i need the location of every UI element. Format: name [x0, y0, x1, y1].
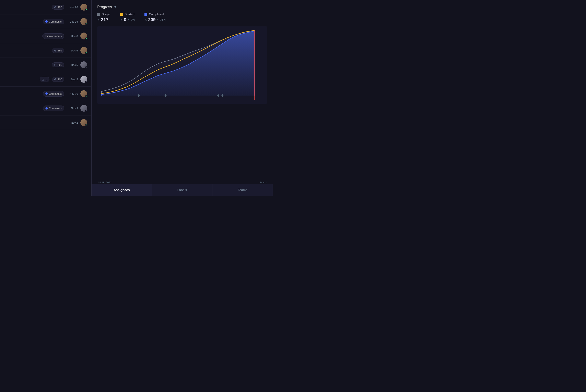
tag-label: Comments	[49, 20, 62, 23]
tag-label: Comments	[49, 92, 62, 95]
bottom-tabs: Assignees Labels Teams	[92, 184, 273, 196]
avatar	[80, 62, 87, 68]
legend-row: Scope △ 217 Started △ 0 • 0% C	[92, 12, 273, 26]
chart-start-date: Jul 28, 2023	[97, 181, 112, 184]
legend-value-row: △ 209 • 96%	[144, 17, 166, 22]
offline-indicator	[85, 110, 87, 112]
diamond-icon	[45, 20, 48, 23]
list-row: Comments Nov 3	[0, 101, 91, 116]
list-row: △ 1 ⊙ 200 Dec 5	[0, 72, 91, 86]
page-title: Progress	[97, 5, 112, 9]
count-value: 1	[45, 78, 47, 81]
list-row: ⊙ 200 Dec 5	[0, 58, 91, 72]
delta-icon: △	[121, 18, 122, 21]
count-value: 200	[58, 78, 62, 81]
count-badge[interactable]: ⊙ 199	[52, 48, 64, 53]
play-circle-icon: ⊙	[54, 78, 57, 81]
offline-indicator	[85, 66, 87, 68]
diamond-icon	[45, 107, 48, 110]
count-badge[interactable]: ⊙ 200	[52, 77, 64, 82]
count-badge[interactable]: ⊙ 200	[52, 62, 64, 67]
started-count: 0	[124, 17, 126, 22]
count-value: 198	[58, 6, 62, 9]
legend-label-row: Completed	[144, 12, 166, 16]
offline-indicator	[85, 81, 87, 82]
list-row: Nov 2	[0, 116, 91, 130]
count-badge[interactable]: ⊙ 198	[52, 5, 64, 10]
triangle-tag[interactable]: △ 1	[40, 77, 50, 82]
online-indicator	[85, 124, 87, 126]
improvements-tag[interactable]: Improvements	[42, 33, 64, 39]
legend-started: Started △ 0 • 0%	[120, 12, 135, 22]
date-text: Nov 3	[67, 107, 78, 110]
date-text: Dec 6	[67, 49, 78, 52]
scope-count: 217	[101, 17, 108, 22]
date-text: Dec 5	[67, 64, 78, 66]
delta-icon: △	[98, 18, 99, 21]
started-pct: 0%	[131, 18, 135, 21]
avatar	[80, 90, 87, 97]
diamond-icon	[45, 92, 48, 95]
tag-label: Comments	[49, 107, 62, 110]
dot-separator: •	[128, 18, 129, 21]
play-circle-icon: ⊙	[54, 49, 57, 52]
completed-pct: 96%	[160, 18, 166, 21]
online-indicator	[85, 23, 87, 25]
list-row: Comments Nov 16	[0, 86, 91, 101]
completed-label: Completed	[149, 12, 164, 16]
online-indicator	[85, 95, 87, 97]
progress-chart	[97, 26, 267, 104]
list-row: Comments Dec 15	[0, 14, 91, 29]
online-indicator	[85, 38, 87, 39]
online-indicator	[85, 8, 87, 10]
tab-labels[interactable]: Labels	[152, 184, 212, 196]
date-text: Dec 8	[67, 34, 78, 38]
avatar	[80, 47, 87, 54]
play-circle-icon: ⊙	[54, 63, 57, 66]
started-swatch	[120, 13, 123, 16]
completed-count: 209	[148, 17, 156, 22]
tag-label: Improvements	[45, 34, 62, 38]
comments-tag[interactable]: Comments	[43, 91, 64, 96]
legend-completed: Completed △ 209 • 96%	[144, 12, 166, 22]
delta-icon: △	[145, 18, 147, 21]
date-text: Dec 15	[67, 20, 78, 23]
legend-value-row: △ 217	[97, 17, 111, 22]
left-panel: ⊙ 198 Nov 20 Comments Dec 15 Improvement…	[0, 0, 92, 196]
avatar	[80, 76, 87, 83]
legend-scope: Scope △ 217	[97, 12, 111, 22]
right-panel: Progress Scope △ 217 Started △ 0	[92, 0, 273, 196]
comments-tag[interactable]: Comments	[43, 19, 64, 24]
date-text: Dec 5	[67, 78, 78, 81]
legend-label-row: Started	[120, 12, 135, 16]
triangle-icon: △	[42, 78, 44, 81]
tab-assignees[interactable]: Assignees	[92, 184, 152, 196]
list-row: ⊙ 198 Nov 20	[0, 0, 91, 14]
scope-swatch	[97, 13, 100, 16]
chart-area	[92, 26, 273, 179]
online-indicator	[85, 52, 87, 54]
avatar	[80, 32, 87, 40]
completed-swatch	[144, 13, 147, 16]
comments-tag[interactable]: Comments	[43, 106, 64, 111]
legend-value-row: △ 0 • 0%	[120, 17, 135, 22]
avatar	[80, 119, 87, 126]
avatar	[80, 18, 87, 25]
count-value: 199	[58, 49, 62, 52]
count-value: 200	[58, 64, 62, 66]
chart-end-date: Mar 1	[260, 181, 267, 184]
date-text: Nov 20	[67, 6, 78, 9]
avatar	[80, 105, 87, 112]
date-text: Nov 2	[67, 121, 78, 124]
dot-separator: •	[157, 18, 158, 21]
dropdown-arrow-icon[interactable]	[114, 6, 116, 8]
list-row: Improvements Dec 8	[0, 29, 91, 43]
date-text: Nov 16	[67, 92, 78, 95]
tab-teams[interactable]: Teams	[212, 184, 273, 196]
legend-label-row: Scope	[97, 12, 111, 16]
play-circle-icon: ⊙	[54, 6, 57, 9]
avatar	[80, 4, 87, 10]
list-row: ⊙ 199 Dec 6	[0, 43, 91, 58]
scope-label: Scope	[102, 12, 111, 16]
progress-header: Progress	[92, 0, 273, 12]
